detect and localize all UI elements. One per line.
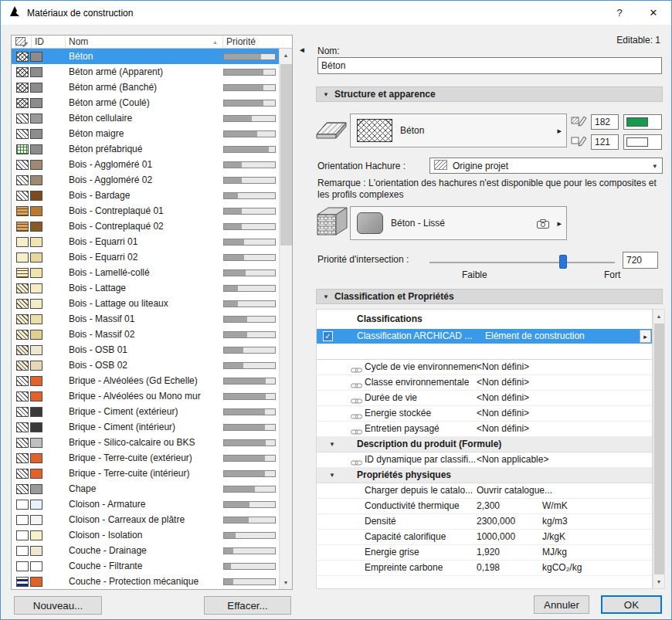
scroll-up-icon[interactable]: ▲ [280,49,292,62]
property-row[interactable]: Entretien paysagé<Non défini> [317,422,652,437]
close-button[interactable]: ✕ [637,1,670,25]
cancel-button[interactable]: Annuler [534,595,589,614]
surface-selector-button[interactable]: Béton - Lissé ▸ [350,206,567,240]
priority-column-header[interactable]: Priorité [223,36,292,48]
list-item[interactable]: Béton maigre [12,126,279,141]
property-group-row[interactable]: ▼Propriétés physiques [317,468,652,483]
list-item[interactable]: Béton cellulaire [12,110,279,126]
list-item[interactable]: Béton [12,49,279,64]
property-value[interactable]: 2,300 [477,499,500,513]
collapse-triangle-icon[interactable]: ▼ [329,468,335,483]
list-item[interactable]: Chape [12,481,279,496]
fill-pen-input[interactable] [591,114,619,130]
scroll-down-icon[interactable]: ▼ [280,576,292,589]
list-item[interactable]: Cloison - Carreaux de plâtre [12,512,279,527]
id-column-header[interactable]: ID [32,36,66,48]
name-column-header[interactable]: Nom ▲ [66,36,223,48]
hatch-column-header[interactable] [12,36,32,48]
fill-pen-color-button[interactable] [623,114,662,130]
property-row[interactable]: Capacité calorifique1000,000J/kgK [317,530,652,545]
list-item[interactable]: Béton préfabriqué [12,141,279,157]
property-value[interactable]: Ouvrir catalogue... [477,483,552,498]
list-item[interactable]: Bois - OSB 02 [12,357,279,373]
list-item[interactable]: Béton armé (Coulé) [12,95,279,110]
new-button[interactable]: Nouveau... [14,596,102,615]
intersection-slider[interactable] [429,254,615,271]
checkbox-checked-icon[interactable]: ✓ [323,331,333,341]
classification-row[interactable]: ✓ Classification ARCHICAD ... Elément de… [317,329,652,344]
property-value[interactable]: 1000,000 [477,530,515,544]
list-item[interactable]: Bois - Lattage ou liteaux [12,296,279,311]
property-value[interactable]: <Non défini> [477,360,529,374]
property-value[interactable]: <Non applicable> [477,452,548,467]
property-value[interactable]: 2300,000 [477,514,515,529]
property-row[interactable]: Energie stockée<Non défini> [317,406,652,422]
list-item[interactable]: Brique - Alvéolées (Gd Echelle) [12,373,279,388]
section-collapse-icon[interactable]: ▼ [323,293,329,300]
list-item[interactable]: Bois - Equarri 02 [12,249,279,265]
list-item[interactable]: Bois - Bardage [12,188,279,203]
list-item[interactable]: Cloison - Isolation [12,527,279,543]
section-structure-header[interactable]: ▼ Structure et apparence [316,86,663,102]
list-item[interactable]: Bois - Lattage [12,280,279,296]
property-value[interactable]: <Non défini> [477,406,529,421]
classification-popout-button[interactable]: ▸ [640,330,651,343]
list-item[interactable]: Couche - Drainage [12,543,279,558]
property-row[interactable]: Densité2300,000kg/m3 [317,514,652,530]
list-item[interactable]: Couche - Filtrante [12,558,279,574]
ok-button[interactable]: OK [601,595,662,614]
list-item[interactable]: Béton armé (Banché) [12,80,279,95]
background-pen-input[interactable] [591,134,619,150]
section-classification-header[interactable]: ▼ Classification et Propriétés [316,289,663,304]
delete-button[interactable]: Effacer... [204,596,291,615]
list-item[interactable]: Béton armé (Apparent) [12,64,279,80]
property-value[interactable]: 0,198 [477,561,500,575]
property-row[interactable]: Conductivité thermique2,300W/mK [317,499,652,514]
list-item[interactable]: Cloison - Armature [12,496,279,512]
property-row[interactable]: Cycle de vie environnemental<Non défini> [317,360,652,375]
list-item[interactable]: Brique - Terre-cuite (extérieur) [12,450,279,466]
property-value[interactable]: <Non défini> [477,391,529,405]
list-scrollbar[interactable]: ▲ ▼ [279,49,292,589]
list-item[interactable]: Brique - Ciment (extérieur) [12,404,279,419]
scroll-up-icon[interactable]: ▲ [653,310,664,323]
property-value[interactable]: 1,920 [477,545,500,560]
list-item[interactable]: Brique - Ciment (intérieur) [12,419,279,435]
list-item[interactable]: Bois - OSB 01 [12,342,279,357]
list-item[interactable]: Couche - Protection mécanique [12,574,279,589]
properties-scrollbar[interactable]: ▲ ▼ [653,309,665,589]
background-pen-color-button[interactable] [623,134,662,150]
list-item[interactable]: Bois - Contreplaqué 01 [12,203,279,219]
list-scrollbar-thumb[interactable] [280,64,292,246]
slider-thumb[interactable] [559,255,567,269]
property-group-row[interactable]: ▼Description du produit (Formule) [317,437,652,452]
collapse-panel-arrow[interactable]: ◄ [298,46,306,54]
fill-selector-button[interactable]: Béton ▸ [350,113,567,147]
property-row[interactable]: Durée de vie<Non défini> [317,391,652,406]
property-row[interactable]: ID dynamique par classifi...<Non applica… [317,452,652,468]
property-value[interactable]: <Non défini> [477,375,529,390]
list-item[interactable]: Bois - Massif 01 [12,311,279,327]
list-item[interactable]: Bois - Equarri 01 [12,234,279,249]
property-value[interactable]: <Non défini> [477,422,529,436]
material-name-input[interactable] [317,57,662,74]
list-item[interactable]: Bois - Aggloméré 01 [12,157,279,172]
list-item[interactable]: Bois - Massif 02 [12,327,279,342]
scroll-down-icon[interactable]: ▼ [653,575,664,588]
list-item[interactable]: Brique - Alvéolées ou Mono mur [12,388,279,404]
property-row[interactable]: Classe environnementale<Non défini> [317,375,652,391]
collapse-triangle-icon[interactable]: ▼ [329,437,335,452]
intersection-priority-input[interactable] [623,252,658,269]
list-item[interactable]: Brique - Silico-calcaire ou BKS [12,435,279,450]
list-item[interactable]: Bois - Lamellé-collé [12,265,279,280]
section-collapse-icon[interactable]: ▼ [323,91,329,98]
help-button[interactable]: ? [603,1,636,25]
list-item[interactable]: Bois - Contreplaqué 02 [12,219,279,234]
property-row[interactable]: Charger depuis le catalo...Ouvrir catalo… [317,483,652,499]
list-item[interactable]: Brique - Terre-cuite (intérieur) [12,466,279,481]
orientation-dropdown[interactable]: Origine projet ▾ [429,158,663,174]
property-row[interactable]: Empreinte carbone0,198kgCO₂/kg [317,561,652,576]
list-item[interactable]: Bois - Aggloméré 02 [12,172,279,188]
property-row[interactable]: Energie grise1,920MJ/kg [317,545,652,561]
properties-scrollbar-thumb[interactable] [654,324,664,574]
